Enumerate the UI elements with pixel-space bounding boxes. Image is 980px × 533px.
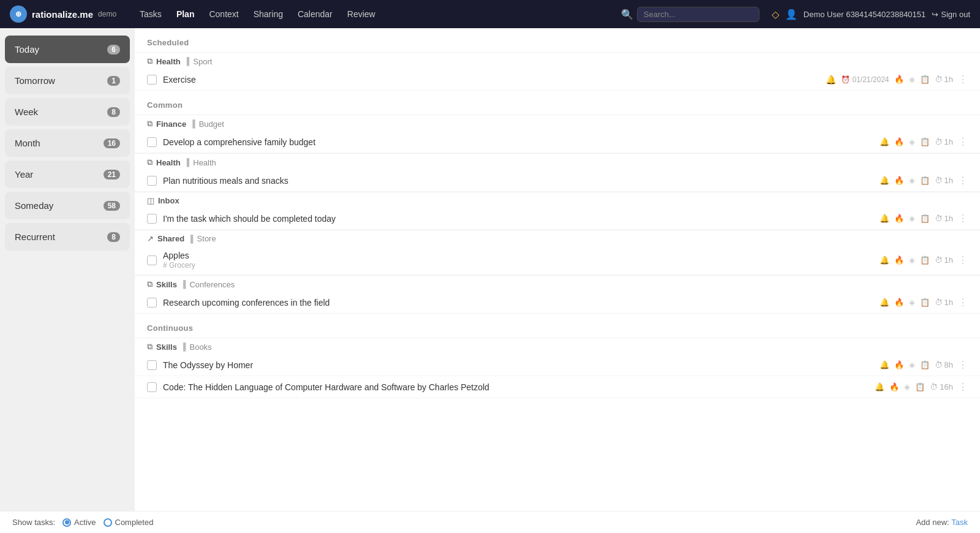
clock-icon-exercise: ⏱ <box>935 75 943 84</box>
task-name-col-family-budget: Develop a comprehensive family budget <box>163 137 873 147</box>
task-actions-code-book: 🔔 🔥 ◈ 📋 ⏱ 16h ⋮ <box>875 381 968 393</box>
bar-icon-skills: ▐ <box>181 280 186 289</box>
diamond-icon-code-book[interactable]: ◈ <box>904 382 910 391</box>
notes-icon-exercise[interactable]: 📋 <box>920 75 930 84</box>
completed-radio-option[interactable]: Completed <box>104 518 154 527</box>
bell-icon-conferences[interactable]: 🔔 <box>880 298 889 307</box>
more-icon-inbox[interactable]: ⋮ <box>958 213 968 224</box>
sidebar-today-label: Today <box>15 44 39 55</box>
bell-icon-odyssey[interactable]: 🔔 <box>880 360 889 369</box>
fire-icon-family-budget[interactable]: 🔥 <box>894 137 904 146</box>
task-actions-family-budget: 🔔 🔥 ◈ 📋 ⏱ 1h ⋮ <box>880 136 968 148</box>
more-icon-exercise[interactable]: ⋮ <box>958 74 968 85</box>
sidebar-item-month[interactable]: Month 16 <box>5 129 130 157</box>
task-checkbox-family-budget[interactable] <box>147 137 157 147</box>
notes-icon-code-book[interactable]: 📋 <box>915 382 925 391</box>
notes-icon-meals[interactable]: 📋 <box>920 176 930 185</box>
sidebar-item-week[interactable]: Week 8 <box>5 98 130 126</box>
task-checkbox-meals[interactable] <box>147 176 157 186</box>
sidebar-year-label: Year <box>15 169 33 180</box>
fire-icon-inbox[interactable]: 🔥 <box>894 214 904 223</box>
task-checkbox-exercise[interactable] <box>147 75 157 85</box>
nav-context[interactable]: Context <box>203 7 244 21</box>
notes-icon-family-budget[interactable]: 📋 <box>920 137 930 146</box>
notes-icon-inbox[interactable]: 📋 <box>920 214 930 223</box>
layers-icon-health-sport: ⧉ <box>147 56 153 66</box>
nav-tasks[interactable]: Tasks <box>134 7 168 21</box>
add-task-link[interactable]: Task <box>951 518 968 527</box>
fire-icon-conferences[interactable]: 🔥 <box>894 298 904 307</box>
bell-icon-family-budget[interactable]: 🔔 <box>880 137 889 146</box>
share-icon-shared: ↗ <box>147 234 154 243</box>
more-icon-apples[interactable]: ⋮ <box>958 254 968 266</box>
more-icon-conferences[interactable]: ⋮ <box>958 297 968 308</box>
bell-icon-meals[interactable]: 🔔 <box>880 176 889 185</box>
signout-button[interactable]: ↪ Sign out <box>932 10 970 19</box>
bell-icon-exercise[interactable]: 🔔 <box>826 75 836 85</box>
layers-icon-finance: ⧉ <box>147 119 153 129</box>
app-name: rationalize.me <box>32 9 93 20</box>
bell-icon-code-book[interactable]: 🔔 <box>875 382 884 391</box>
search-icon[interactable]: 🔍 <box>621 9 633 20</box>
bell-icon-inbox[interactable]: 🔔 <box>880 214 889 223</box>
category-health-label: Health <box>156 57 181 66</box>
more-icon-family-budget[interactable]: ⋮ <box>958 136 968 148</box>
task-row-exercise: Exercise 🔔 ⏰ 01/21/2024 🔥 ◈ 📋 ⏱ 1h ⋮ <box>135 69 980 91</box>
sidebar-item-recurrent[interactable]: Recurrent 8 <box>5 223 130 251</box>
notes-icon-apples[interactable]: 📋 <box>920 255 930 265</box>
box-icon-inbox: ◫ <box>147 196 154 205</box>
sidebar-item-tomorrow[interactable]: Tomorrow 1 <box>5 67 130 94</box>
task-checkbox-odyssey[interactable] <box>147 360 157 370</box>
task-time-conferences: ⏱ 1h <box>935 298 953 307</box>
task-checkbox-inbox[interactable] <box>147 214 157 224</box>
task-checkbox-apples[interactable] <box>147 255 157 265</box>
sidebar-month-label: Month <box>15 138 40 148</box>
diamond-icon-inbox[interactable]: ◈ <box>909 214 915 223</box>
nav-sharing[interactable]: Sharing <box>247 7 289 21</box>
diamond-icon-exercise[interactable]: ◈ <box>909 75 915 84</box>
notes-icon-odyssey[interactable]: 📋 <box>920 360 930 369</box>
task-time-family-budget: ⏱ 1h <box>935 137 953 146</box>
task-actions-meals: 🔔 🔥 ◈ 📋 ⏱ 1h ⋮ <box>880 175 968 186</box>
diamond-icon-meals[interactable]: ◈ <box>909 176 915 185</box>
nav-calendar[interactable]: Calendar <box>292 7 339 21</box>
fire-icon-odyssey[interactable]: 🔥 <box>894 360 904 369</box>
more-icon-code-book[interactable]: ⋮ <box>958 381 968 393</box>
sidebar-item-someday[interactable]: Someday 58 <box>5 192 130 219</box>
category-health-health: ⧉ Health ▐ Health <box>135 153 980 170</box>
signout-label: Sign out <box>941 10 970 19</box>
fire-icon-meals[interactable]: 🔥 <box>894 176 904 185</box>
sidebar-today-badge: 6 <box>107 45 120 55</box>
sidebar-item-today[interactable]: Today 6 <box>5 36 130 63</box>
more-icon-odyssey[interactable]: ⋮ <box>958 359 968 371</box>
bell-icon-apples[interactable]: 🔔 <box>880 255 889 265</box>
fire-icon-exercise[interactable]: 🔥 <box>894 75 904 84</box>
diamond-icon-conferences[interactable]: ◈ <box>909 298 915 307</box>
sidebar-week-label: Week <box>15 107 38 117</box>
category-sport-label: Sport <box>193 57 212 66</box>
diamond-icon-family-budget[interactable]: ◈ <box>909 137 915 146</box>
diamond-icon-apples[interactable]: ◈ <box>909 255 915 265</box>
sidebar-item-year[interactable]: Year 21 <box>5 161 130 188</box>
search-input[interactable] <box>637 7 760 22</box>
fire-icon-apples[interactable]: 🔥 <box>894 255 904 265</box>
more-icon-meals[interactable]: ⋮ <box>958 175 968 186</box>
diamond-icon-odyssey[interactable]: ◈ <box>909 360 915 369</box>
nav-plan[interactable]: Plan <box>170 7 201 21</box>
nav-review[interactable]: Review <box>341 7 382 21</box>
fire-icon-code-book[interactable]: 🔥 <box>889 382 899 391</box>
demo-badge: demo <box>98 10 116 18</box>
task-name-col-conferences: Research upcoming conferences in the fie… <box>163 298 873 308</box>
completed-radio-dot <box>104 518 112 527</box>
task-actions-odyssey: 🔔 🔥 ◈ 📋 ⏱ 8h ⋮ <box>880 359 968 371</box>
task-checkbox-conferences[interactable] <box>147 298 157 308</box>
task-name-col-code-book: Code: The Hidden Language of Computer Ha… <box>163 382 869 392</box>
task-checkbox-code-book[interactable] <box>147 382 157 392</box>
category-finance-budget: ⧉ Finance ▐ Budget <box>135 115 980 131</box>
sidebar-recurrent-badge: 8 <box>107 232 120 242</box>
sidebar-month-badge: 16 <box>104 138 120 148</box>
notes-icon-conferences[interactable]: 📋 <box>920 298 930 307</box>
sidebar-someday-badge: 58 <box>104 201 120 211</box>
active-radio-option[interactable]: Active <box>62 518 96 527</box>
section-scheduled: Scheduled <box>135 28 980 52</box>
